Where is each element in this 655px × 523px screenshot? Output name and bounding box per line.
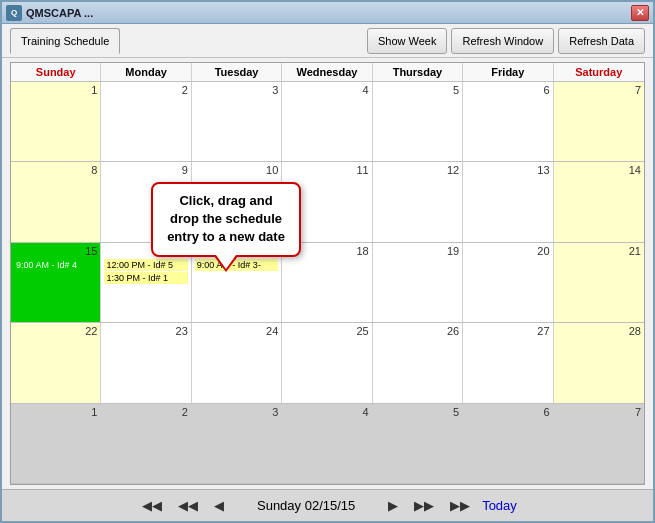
cal-cell-26[interactable]: 26 [373,323,463,402]
nav-prev-prev-button[interactable]: ◀◀ [174,496,202,515]
cal-cell-next-3[interactable]: 3 [192,404,282,483]
training-schedule-tab[interactable]: Training Schedule [10,28,120,54]
nav-next-button[interactable]: ▶ [384,496,402,515]
cal-cell-next-2[interactable]: 2 [101,404,191,483]
calendar-header: Sunday Monday Tuesday Wednesday Thursday… [11,63,644,82]
cal-cell-12[interactable]: 12 [373,162,463,241]
calendar: Sunday Monday Tuesday Wednesday Thursday… [10,62,645,485]
cal-cell-15[interactable]: 15 9:00 AM - Id# 4 [11,243,101,322]
cal-cell-23[interactable]: 23 [101,323,191,402]
toolbar-right: Show Week Refresh Window Refresh Data [367,28,645,54]
date-display: Sunday 02/15/15 [236,498,376,513]
cal-cell-1[interactable]: 1 [11,82,101,161]
cal-cell-19[interactable]: 19 [373,243,463,322]
event-16-1[interactable]: 12:00 PM - Id# 5 [104,259,187,271]
cal-cell-next-5[interactable]: 5 [373,404,463,483]
cal-cell-20[interactable]: 20 [463,243,553,322]
close-button[interactable]: ✕ [631,5,649,21]
status-bar: ◀◀ ◀◀ ◀ Sunday 02/15/15 ▶ ▶▶ ▶▶ Today [2,489,653,521]
cal-cell-25[interactable]: 25 [282,323,372,402]
cal-cell-4[interactable]: 4 [282,82,372,161]
header-thursday: Thursday [373,63,463,81]
nav-prev-button[interactable]: ◀ [210,496,228,515]
calendar-week-3: 15 9:00 AM - Id# 4 16 12:00 PM - Id# 5 1… [11,243,644,323]
calendar-week-2: 8 9 10 11 12 13 14 [11,162,644,242]
cal-cell-2[interactable]: 2 [101,82,191,161]
cal-cell-next-7[interactable]: 7 [554,404,644,483]
title-bar: Q QMSCAPA ... ✕ [2,2,653,24]
main-window: Q QMSCAPA ... ✕ Training Schedule Show W… [0,0,655,523]
cal-cell-next-4[interactable]: 4 [282,404,372,483]
nav-last-button[interactable]: ▶▶ [446,496,474,515]
window-title: QMSCAPA ... [26,7,93,19]
header-sunday: Sunday [11,63,101,81]
calendar-week-1: 1 2 3 4 5 6 7 [11,82,644,162]
title-bar-left: Q QMSCAPA ... [6,5,93,21]
calendar-week-4: 22 23 24 25 26 27 28 [11,323,644,403]
cal-cell-28[interactable]: 28 [554,323,644,402]
cal-cell-13[interactable]: 13 [463,162,553,241]
cal-cell-next-6[interactable]: 6 [463,404,553,483]
calendar-body: 1 2 3 4 5 6 7 8 9 10 11 12 13 14 [11,82,644,484]
cal-cell-3[interactable]: 3 [192,82,282,161]
cal-cell-5[interactable]: 5 [373,82,463,161]
cal-cell-21[interactable]: 21 [554,243,644,322]
header-tuesday: Tuesday [192,63,282,81]
nav-first-button[interactable]: ◀◀ [138,496,166,515]
cal-cell-14[interactable]: 14 [554,162,644,241]
cal-cell-27[interactable]: 27 [463,323,553,402]
toolbar: Training Schedule Show Week Refresh Wind… [2,24,653,58]
cal-cell-next-1[interactable]: 1 [11,404,101,483]
event-15-1[interactable]: 9:00 AM - Id# 4 [14,259,97,271]
calendar-container: Sunday Monday Tuesday Wednesday Thursday… [2,58,653,489]
header-monday: Monday [101,63,191,81]
today-button[interactable]: Today [482,498,517,513]
cal-cell-8[interactable]: 8 [11,162,101,241]
tooltip-bubble: Click, drag and drop the schedule entry … [151,182,301,257]
nav-next-next-button[interactable]: ▶▶ [410,496,438,515]
header-friday: Friday [463,63,553,81]
header-saturday: Saturday [554,63,644,81]
refresh-window-button[interactable]: Refresh Window [451,28,554,54]
refresh-data-button[interactable]: Refresh Data [558,28,645,54]
app-icon: Q [6,5,22,21]
cal-cell-24[interactable]: 24 [192,323,282,402]
show-week-button[interactable]: Show Week [367,28,448,54]
cal-cell-7[interactable]: 7 [554,82,644,161]
event-16-2[interactable]: 1:30 PM - Id# 1 [104,272,187,284]
header-wednesday: Wednesday [282,63,372,81]
calendar-week-5: 1 2 3 4 5 6 7 [11,404,644,484]
cal-cell-6[interactable]: 6 [463,82,553,161]
cal-cell-22[interactable]: 22 [11,323,101,402]
